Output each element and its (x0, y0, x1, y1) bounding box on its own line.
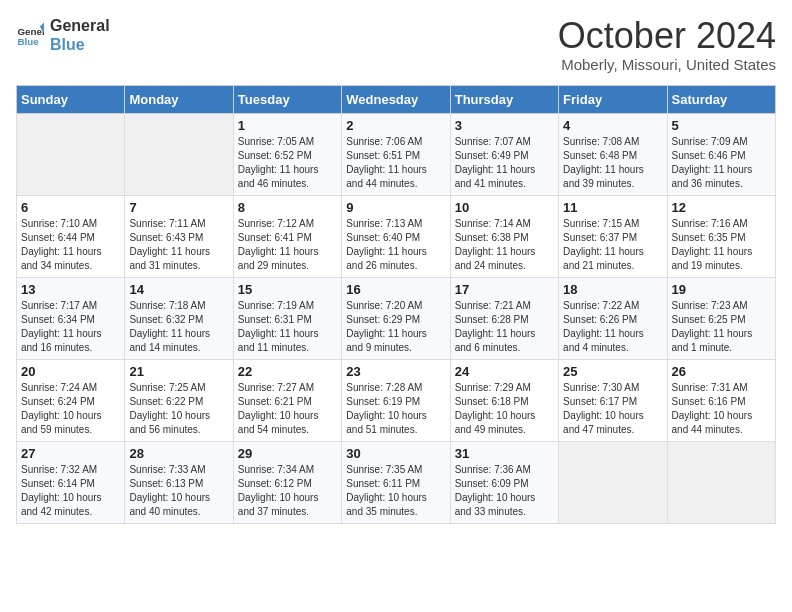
day-number: 2 (346, 118, 445, 133)
page-header: General Blue General Blue October 2024 M… (16, 16, 776, 73)
calendar-cell: 29Sunrise: 7:34 AMSunset: 6:12 PMDayligh… (233, 441, 341, 523)
day-info: Sunrise: 7:10 AMSunset: 6:44 PMDaylight:… (21, 217, 120, 273)
calendar-table: SundayMondayTuesdayWednesdayThursdayFrid… (16, 85, 776, 524)
logo-blue: Blue (50, 35, 110, 54)
calendar-cell: 1Sunrise: 7:05 AMSunset: 6:52 PMDaylight… (233, 113, 341, 195)
calendar-cell (17, 113, 125, 195)
week-row-3: 13Sunrise: 7:17 AMSunset: 6:34 PMDayligh… (17, 277, 776, 359)
day-number: 24 (455, 364, 554, 379)
calendar-cell (559, 441, 667, 523)
day-number: 31 (455, 446, 554, 461)
calendar-cell: 31Sunrise: 7:36 AMSunset: 6:09 PMDayligh… (450, 441, 558, 523)
day-info: Sunrise: 7:31 AMSunset: 6:16 PMDaylight:… (672, 381, 771, 437)
day-header-tuesday: Tuesday (233, 85, 341, 113)
day-info: Sunrise: 7:05 AMSunset: 6:52 PMDaylight:… (238, 135, 337, 191)
day-number: 26 (672, 364, 771, 379)
day-number: 25 (563, 364, 662, 379)
day-info: Sunrise: 7:08 AMSunset: 6:48 PMDaylight:… (563, 135, 662, 191)
week-row-4: 20Sunrise: 7:24 AMSunset: 6:24 PMDayligh… (17, 359, 776, 441)
day-info: Sunrise: 7:35 AMSunset: 6:11 PMDaylight:… (346, 463, 445, 519)
calendar-cell: 21Sunrise: 7:25 AMSunset: 6:22 PMDayligh… (125, 359, 233, 441)
calendar-cell: 4Sunrise: 7:08 AMSunset: 6:48 PMDaylight… (559, 113, 667, 195)
day-header-saturday: Saturday (667, 85, 775, 113)
month-title: October 2024 (558, 16, 776, 56)
day-info: Sunrise: 7:20 AMSunset: 6:29 PMDaylight:… (346, 299, 445, 355)
day-number: 29 (238, 446, 337, 461)
calendar-cell: 30Sunrise: 7:35 AMSunset: 6:11 PMDayligh… (342, 441, 450, 523)
day-info: Sunrise: 7:09 AMSunset: 6:46 PMDaylight:… (672, 135, 771, 191)
day-header-friday: Friday (559, 85, 667, 113)
day-info: Sunrise: 7:30 AMSunset: 6:17 PMDaylight:… (563, 381, 662, 437)
calendar-cell: 6Sunrise: 7:10 AMSunset: 6:44 PMDaylight… (17, 195, 125, 277)
day-number: 5 (672, 118, 771, 133)
calendar-cell: 7Sunrise: 7:11 AMSunset: 6:43 PMDaylight… (125, 195, 233, 277)
calendar-cell: 11Sunrise: 7:15 AMSunset: 6:37 PMDayligh… (559, 195, 667, 277)
day-number: 16 (346, 282, 445, 297)
calendar-cell: 25Sunrise: 7:30 AMSunset: 6:17 PMDayligh… (559, 359, 667, 441)
calendar-cell: 3Sunrise: 7:07 AMSunset: 6:49 PMDaylight… (450, 113, 558, 195)
day-info: Sunrise: 7:18 AMSunset: 6:32 PMDaylight:… (129, 299, 228, 355)
calendar-cell: 14Sunrise: 7:18 AMSunset: 6:32 PMDayligh… (125, 277, 233, 359)
day-number: 9 (346, 200, 445, 215)
day-header-sunday: Sunday (17, 85, 125, 113)
calendar-cell: 13Sunrise: 7:17 AMSunset: 6:34 PMDayligh… (17, 277, 125, 359)
day-info: Sunrise: 7:06 AMSunset: 6:51 PMDaylight:… (346, 135, 445, 191)
day-info: Sunrise: 7:21 AMSunset: 6:28 PMDaylight:… (455, 299, 554, 355)
day-number: 20 (21, 364, 120, 379)
day-info: Sunrise: 7:07 AMSunset: 6:49 PMDaylight:… (455, 135, 554, 191)
day-info: Sunrise: 7:28 AMSunset: 6:19 PMDaylight:… (346, 381, 445, 437)
day-info: Sunrise: 7:19 AMSunset: 6:31 PMDaylight:… (238, 299, 337, 355)
day-number: 10 (455, 200, 554, 215)
week-row-5: 27Sunrise: 7:32 AMSunset: 6:14 PMDayligh… (17, 441, 776, 523)
day-number: 22 (238, 364, 337, 379)
day-info: Sunrise: 7:36 AMSunset: 6:09 PMDaylight:… (455, 463, 554, 519)
day-info: Sunrise: 7:14 AMSunset: 6:38 PMDaylight:… (455, 217, 554, 273)
day-info: Sunrise: 7:17 AMSunset: 6:34 PMDaylight:… (21, 299, 120, 355)
week-row-1: 1Sunrise: 7:05 AMSunset: 6:52 PMDaylight… (17, 113, 776, 195)
day-number: 4 (563, 118, 662, 133)
day-header-wednesday: Wednesday (342, 85, 450, 113)
header-row: SundayMondayTuesdayWednesdayThursdayFrid… (17, 85, 776, 113)
calendar-cell: 2Sunrise: 7:06 AMSunset: 6:51 PMDaylight… (342, 113, 450, 195)
day-number: 19 (672, 282, 771, 297)
calendar-cell: 23Sunrise: 7:28 AMSunset: 6:19 PMDayligh… (342, 359, 450, 441)
calendar-cell: 10Sunrise: 7:14 AMSunset: 6:38 PMDayligh… (450, 195, 558, 277)
day-info: Sunrise: 7:23 AMSunset: 6:25 PMDaylight:… (672, 299, 771, 355)
calendar-cell: 24Sunrise: 7:29 AMSunset: 6:18 PMDayligh… (450, 359, 558, 441)
day-header-thursday: Thursday (450, 85, 558, 113)
day-number: 28 (129, 446, 228, 461)
calendar-cell: 9Sunrise: 7:13 AMSunset: 6:40 PMDaylight… (342, 195, 450, 277)
calendar-cell: 17Sunrise: 7:21 AMSunset: 6:28 PMDayligh… (450, 277, 558, 359)
calendar-cell: 18Sunrise: 7:22 AMSunset: 6:26 PMDayligh… (559, 277, 667, 359)
svg-text:Blue: Blue (17, 36, 39, 47)
day-number: 7 (129, 200, 228, 215)
calendar-cell (667, 441, 775, 523)
calendar-cell: 15Sunrise: 7:19 AMSunset: 6:31 PMDayligh… (233, 277, 341, 359)
calendar-cell: 27Sunrise: 7:32 AMSunset: 6:14 PMDayligh… (17, 441, 125, 523)
calendar-cell: 19Sunrise: 7:23 AMSunset: 6:25 PMDayligh… (667, 277, 775, 359)
day-info: Sunrise: 7:27 AMSunset: 6:21 PMDaylight:… (238, 381, 337, 437)
day-info: Sunrise: 7:15 AMSunset: 6:37 PMDaylight:… (563, 217, 662, 273)
day-info: Sunrise: 7:12 AMSunset: 6:41 PMDaylight:… (238, 217, 337, 273)
day-info: Sunrise: 7:13 AMSunset: 6:40 PMDaylight:… (346, 217, 445, 273)
day-info: Sunrise: 7:22 AMSunset: 6:26 PMDaylight:… (563, 299, 662, 355)
day-number: 3 (455, 118, 554, 133)
day-number: 1 (238, 118, 337, 133)
logo: General Blue General Blue (16, 16, 110, 54)
calendar-cell (125, 113, 233, 195)
day-info: Sunrise: 7:29 AMSunset: 6:18 PMDaylight:… (455, 381, 554, 437)
day-number: 14 (129, 282, 228, 297)
location: Moberly, Missouri, United States (558, 56, 776, 73)
day-info: Sunrise: 7:16 AMSunset: 6:35 PMDaylight:… (672, 217, 771, 273)
calendar-cell: 22Sunrise: 7:27 AMSunset: 6:21 PMDayligh… (233, 359, 341, 441)
day-number: 13 (21, 282, 120, 297)
day-number: 15 (238, 282, 337, 297)
calendar-cell: 20Sunrise: 7:24 AMSunset: 6:24 PMDayligh… (17, 359, 125, 441)
week-row-2: 6Sunrise: 7:10 AMSunset: 6:44 PMDaylight… (17, 195, 776, 277)
calendar-cell: 8Sunrise: 7:12 AMSunset: 6:41 PMDaylight… (233, 195, 341, 277)
calendar-cell: 28Sunrise: 7:33 AMSunset: 6:13 PMDayligh… (125, 441, 233, 523)
day-info: Sunrise: 7:11 AMSunset: 6:43 PMDaylight:… (129, 217, 228, 273)
logo-icon: General Blue (16, 21, 44, 49)
day-number: 12 (672, 200, 771, 215)
day-number: 21 (129, 364, 228, 379)
